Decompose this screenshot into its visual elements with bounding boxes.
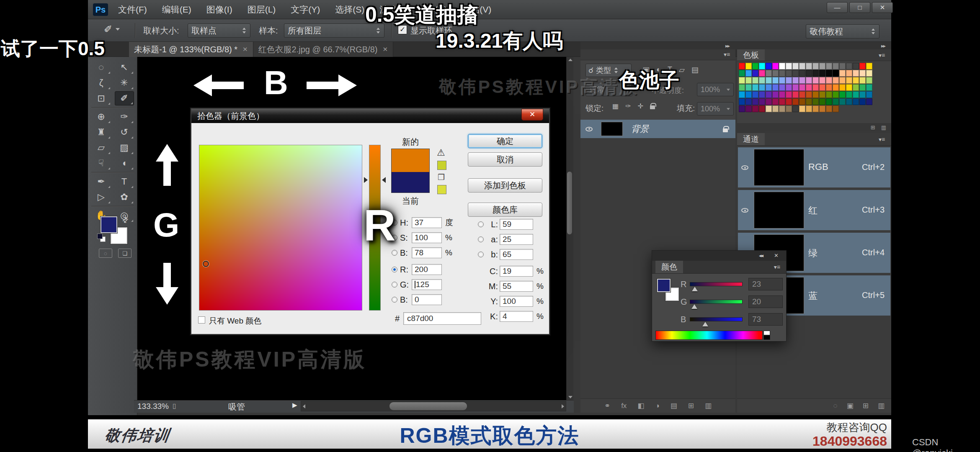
gamut-warning-swatch[interactable] (437, 161, 446, 170)
swatch[interactable] (826, 70, 832, 77)
field-input-S[interactable]: 100 (412, 232, 442, 243)
foreground-color-chip[interactable] (101, 216, 117, 233)
swatch[interactable] (812, 84, 819, 91)
field-input-a[interactable]: 25 (500, 234, 533, 245)
swatch[interactable] (792, 63, 799, 69)
swatch[interactable] (759, 91, 765, 98)
black-swatch[interactable] (763, 335, 770, 340)
lasso-tool[interactable]: ζ (92, 76, 111, 90)
collapse-panels-icon[interactable]: ▸▸ (725, 43, 729, 49)
swatch[interactable] (866, 63, 872, 69)
swatch[interactable] (826, 105, 832, 112)
swatch[interactable] (772, 105, 779, 112)
lock-transparency-icon[interactable]: ▦ (612, 102, 619, 110)
dodge-tool[interactable]: ◖ (115, 156, 134, 170)
swatch[interactable] (766, 105, 772, 112)
swatch[interactable] (866, 98, 872, 105)
swatch[interactable] (866, 91, 872, 98)
swatch[interactable] (745, 91, 752, 98)
field-input-R[interactable]: 200 (412, 264, 442, 275)
swatch[interactable] (833, 84, 839, 91)
slider-value-input[interactable]: 73 (748, 313, 783, 326)
swatch[interactable] (833, 105, 839, 112)
color-spectrum-ramp[interactable] (655, 331, 763, 340)
swatch[interactable] (759, 84, 765, 91)
layer-row-background[interactable]: 背景 (580, 120, 735, 138)
swatch[interactable] (779, 63, 785, 69)
swatch[interactable] (799, 91, 805, 98)
swatch[interactable] (846, 98, 852, 105)
swatch[interactable] (853, 70, 859, 77)
swatch[interactable] (786, 91, 792, 98)
swatch[interactable] (752, 98, 758, 105)
swatch[interactable] (772, 77, 779, 84)
adjustment-layer-icon[interactable]: ◑ (655, 402, 659, 410)
swatch[interactable] (752, 63, 758, 69)
swatch[interactable] (846, 91, 852, 98)
swatch[interactable] (766, 98, 772, 105)
delete-layer-icon[interactable]: ▥ (705, 401, 712, 410)
layer-style-icon[interactable]: fx (621, 402, 627, 410)
magic-wand-tool[interactable]: ✳ (115, 76, 134, 90)
swatch[interactable] (866, 70, 872, 77)
delete-channel-icon[interactable]: ▥ (878, 401, 885, 410)
opacity-select[interactable]: 100% (697, 83, 734, 96)
radio-a[interactable] (478, 236, 484, 242)
swatch[interactable] (745, 98, 752, 105)
swatch[interactable] (866, 77, 872, 84)
eraser-tool[interactable]: ▱ (92, 141, 111, 155)
swatch[interactable] (853, 91, 859, 98)
ok-button[interactable]: 确定 (468, 134, 542, 148)
swatch[interactable] (819, 91, 825, 98)
swatch[interactable] (812, 105, 819, 112)
swatch[interactable] (792, 105, 799, 112)
swatch[interactable] (759, 77, 765, 84)
panel-menu-icon[interactable]: ▾≡ (879, 52, 885, 59)
menu-item-3[interactable]: 图层(L) (248, 4, 276, 15)
swatch[interactable] (792, 91, 799, 98)
tab-channels[interactable]: 通道 (737, 133, 765, 145)
tab-close-icon[interactable]: ✕ (382, 46, 388, 53)
menu-item-5[interactable]: 选择(S) (335, 4, 364, 15)
hue-slider-handle[interactable] (364, 177, 368, 183)
pen-tool[interactable]: ✒ (92, 175, 111, 189)
link-layers-icon[interactable]: ⚭ (604, 401, 610, 410)
swatch[interactable] (826, 98, 832, 105)
field-input-L[interactable]: 59 (500, 219, 533, 230)
swatch[interactable] (786, 84, 792, 91)
scroll-up-icon[interactable] (568, 59, 573, 61)
move-tool[interactable]: ↖ (115, 60, 134, 74)
swatch[interactable] (812, 77, 819, 84)
visibility-eye-icon[interactable] (585, 127, 593, 131)
brush-tool[interactable]: ✑ (115, 110, 134, 124)
swatch[interactable] (779, 84, 785, 91)
swatch[interactable] (779, 98, 785, 105)
type-tool[interactable]: T (115, 175, 134, 189)
tab-close-icon[interactable]: ✕ (242, 46, 248, 53)
field-input-B[interactable]: 78 (412, 247, 442, 258)
swatch[interactable] (833, 98, 839, 105)
swatch[interactable] (833, 70, 839, 77)
swatch[interactable] (739, 84, 745, 91)
swatch[interactable] (752, 77, 758, 84)
swatch[interactable] (833, 77, 839, 84)
swatch[interactable] (779, 77, 785, 84)
color-libraries-button[interactable]: 颜色库 (468, 203, 542, 217)
layer-mask-icon[interactable]: ◧ (637, 401, 644, 410)
swatch[interactable] (833, 91, 839, 98)
swatch[interactable] (839, 91, 846, 98)
swatch[interactable] (779, 91, 785, 98)
swatch[interactable] (752, 84, 758, 91)
swatch[interactable] (819, 77, 825, 84)
swatch[interactable] (779, 105, 785, 112)
swatch[interactable] (806, 91, 812, 98)
swatch[interactable] (745, 63, 752, 69)
quick-mask-button[interactable]: ◌ (99, 249, 112, 258)
scroll-left-icon[interactable] (303, 404, 305, 408)
swatch[interactable] (806, 77, 812, 84)
field-input-b[interactable]: 65 (500, 249, 533, 260)
swatch[interactable] (799, 84, 805, 91)
channel-row-RGB[interactable]: RGBCtrl+2 (738, 147, 890, 187)
swatch[interactable] (766, 70, 772, 77)
swatch[interactable] (799, 98, 805, 105)
